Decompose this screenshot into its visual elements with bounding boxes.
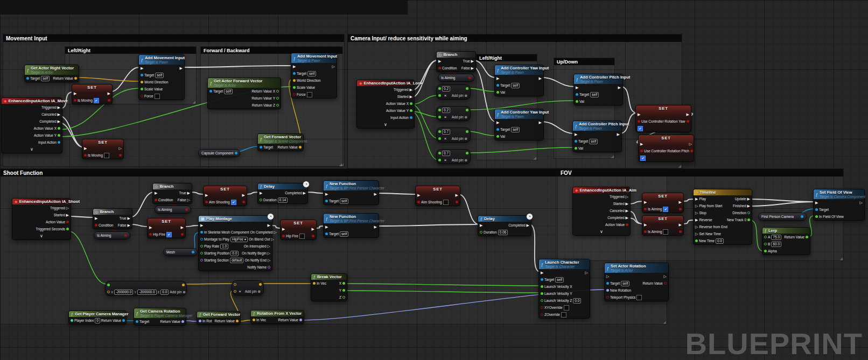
exec-pin[interactable]: [234, 283, 236, 286]
value-field[interactable]: 0: [95, 318, 100, 323]
checkbox[interactable]: [155, 94, 160, 99]
checkbox[interactable]: [663, 229, 668, 235]
break-vector[interactable]: ƒBreak VectorIn VecXYZ: [311, 273, 347, 301]
action-value-x-pin[interactable]: [410, 102, 412, 105]
get-forward-vector-capsule[interactable]: ƒGet Forward VectorTarget is Scene Compo…: [257, 133, 304, 151]
exec-pin[interactable]: ▶: [108, 91, 110, 95]
force-pin[interactable]: [293, 93, 296, 96]
value-field[interactable]: 0.14: [278, 197, 288, 203]
exec-pin[interactable]: ▶: [618, 86, 621, 89]
exec-pin[interactable]: ▶: [312, 227, 314, 231]
return-value-pin[interactable]: [181, 320, 184, 323]
exec-pin[interactable]: ▶: [205, 193, 208, 197]
first-person-camera-pin[interactable]: [801, 215, 803, 218]
return-value-pin[interactable]: [806, 236, 808, 238]
set-new-time-pin[interactable]: ▷: [695, 232, 698, 236]
exec-pin[interactable]: ▶: [541, 271, 543, 274]
comment-resize-handle[interactable]: ◢: [339, 163, 342, 166]
started-pin[interactable]: ▶: [66, 213, 69, 217]
value-field[interactable]: 0.0: [160, 290, 169, 295]
multiply-camera-3[interactable]: 0.7×Add pin ⊕: [436, 128, 471, 143]
exec-pin[interactable]: ▶: [242, 193, 245, 197]
duration-pin[interactable]: [480, 231, 482, 234]
target-pin[interactable]: [496, 128, 499, 131]
rotation-from-x-vector[interactable]: ƒRotation From X VectorIn VecReturn Valu…: [250, 310, 304, 324]
checkbox[interactable]: [443, 200, 449, 205]
exec-pin[interactable]: [438, 137, 441, 140]
is-aiming-pin[interactable]: [644, 208, 647, 210]
value-field[interactable]: self: [621, 281, 629, 286]
b-pin[interactable]: [764, 243, 767, 245]
mesh-pill[interactable]: Mesh: [163, 248, 198, 256]
target-pin[interactable]: [260, 146, 262, 149]
val-pin[interactable]: [496, 135, 499, 138]
completed-pin[interactable]: ▶: [58, 119, 60, 123]
new-time-pin[interactable]: [695, 239, 698, 242]
in-field-of-view-pin[interactable]: [815, 215, 818, 218]
exec-pin[interactable]: [312, 235, 314, 237]
direction-pin[interactable]: [747, 211, 750, 214]
expand-chevron-icon[interactable]: ∨: [600, 230, 603, 234]
value-field[interactable]: self: [340, 199, 348, 204]
action-value-y-pin[interactable]: [410, 109, 412, 112]
return-value-pin[interactable]: [74, 77, 77, 80]
launch-velocity-x-pin[interactable]: [541, 285, 543, 288]
value-field[interactable]: self: [307, 71, 316, 76]
set-actor-rotation[interactable]: ƒSet Actor RotationTarget is Actor▷▷Targ…: [604, 263, 669, 301]
in-rot-pin[interactable]: [199, 320, 201, 322]
notify-name-pin[interactable]: [268, 266, 270, 269]
set-use-controller-rotation-yaw[interactable]: SET▶▶Use Controller Rotation Yaw✔: [635, 105, 691, 132]
exec-pin[interactable]: ▶: [282, 227, 285, 231]
mesh-pin[interactable]: [192, 251, 194, 253]
comment-header[interactable]: Up/Down: [554, 58, 614, 65]
exec-pin[interactable]: [466, 87, 468, 90]
value-field[interactable]: 0.0: [716, 238, 724, 244]
exec-pin[interactable]: ▶: [575, 132, 577, 136]
exec-pin[interactable]: ▶: [141, 66, 143, 70]
exec-pin[interactable]: [108, 99, 110, 102]
enhanced-input-action-ia-shoot[interactable]: ◆EnhancedInputAction IA_ShootTriggered▷S…: [12, 198, 71, 240]
value-field[interactable]: self: [41, 76, 50, 81]
add-pin-button[interactable]: Add pin ⊕: [170, 290, 186, 294]
x-pin[interactable]: [342, 282, 345, 285]
zoverride-pin[interactable]: [541, 313, 543, 316]
in-vec-pin[interactable]: [253, 319, 255, 321]
exec-pin[interactable]: ▶: [181, 225, 184, 229]
new-rotation-pin[interactable]: [606, 289, 609, 292]
exec-pin[interactable]: [687, 120, 689, 123]
exec-pin[interactable]: [438, 94, 441, 97]
comment-resize-handle[interactable]: ◢: [193, 100, 195, 104]
exec-pin[interactable]: [456, 201, 458, 203]
exec-pin[interactable]: [466, 130, 468, 133]
value-field[interactable]: -200000.0: [114, 290, 133, 295]
exec-pin[interactable]: ▶: [374, 192, 377, 196]
reverse-from-end-pin[interactable]: ▷: [695, 225, 698, 229]
target-pin[interactable]: [141, 74, 143, 76]
target-pin[interactable]: [209, 90, 212, 93]
expand-chevron-icon[interactable]: ∨: [30, 147, 33, 152]
value-field[interactable]: 0.2: [442, 108, 450, 113]
exec-pin[interactable]: ▶: [617, 132, 620, 136]
exec-pin[interactable]: ▶: [155, 191, 157, 195]
montage-to-play-pin[interactable]: [200, 238, 203, 241]
target-pin[interactable]: [576, 93, 578, 96]
target-pin[interactable]: [541, 278, 543, 281]
use-controller-rotation-pitch-pin[interactable]: [640, 150, 643, 152]
add-pin-button[interactable]: Add pin ⊕: [452, 115, 468, 119]
is-aiming-pin[interactable]: [468, 76, 471, 79]
scale-value-pin[interactable]: [141, 88, 143, 90]
set-is-aiming-true[interactable]: SET▶▶Is Aiming✔: [642, 193, 684, 213]
exec-pin[interactable]: ▶: [687, 112, 689, 116]
exec-pin[interactable]: ▶: [640, 142, 643, 146]
branch-shoot-1[interactable]: ◇Branch▶True▶ConditionFalse▶: [93, 208, 132, 229]
return-value-x-pin[interactable]: [276, 90, 279, 93]
add-pin-button[interactable]: Add pin ⊕: [452, 137, 468, 141]
value-field[interactable]: 0.06: [498, 230, 508, 235]
false-pin[interactable]: ▶: [128, 223, 130, 227]
add-controller-pitch-input-1[interactable]: ƒAdd Controller Pitch InputTarget is Paw…: [573, 74, 623, 105]
a-pin[interactable]: [764, 236, 767, 238]
is-aiming-pill-camera[interactable]: Is Aiming: [438, 74, 474, 82]
add-pin-button[interactable]: Add pin ⊕: [452, 158, 468, 163]
condition-pin[interactable]: [438, 67, 441, 69]
exec-pin[interactable]: [438, 159, 441, 161]
